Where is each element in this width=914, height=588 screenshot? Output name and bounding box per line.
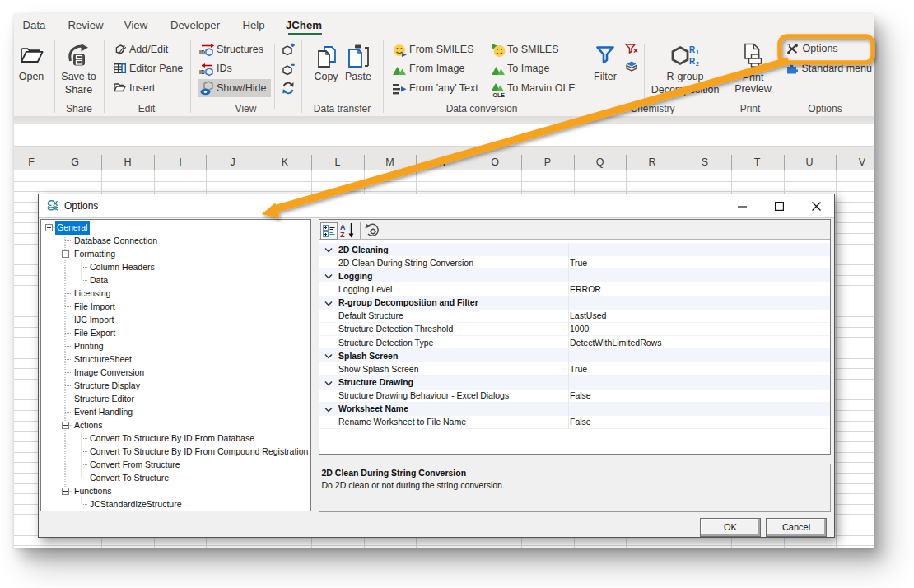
svg-text:ID: ID [199, 49, 205, 55]
svg-text:R: R [689, 57, 696, 66]
svg-text:R: R [689, 45, 696, 54]
svg-text:Z: Z [340, 231, 345, 238]
svg-text:A: A [340, 223, 346, 231]
svg-text:X: X [53, 199, 58, 208]
svg-text:2: 2 [696, 61, 699, 67]
svg-text:1: 1 [696, 49, 699, 55]
svg-text:OLE: OLE [493, 92, 506, 98]
svg-text:ID: ID [199, 69, 205, 75]
